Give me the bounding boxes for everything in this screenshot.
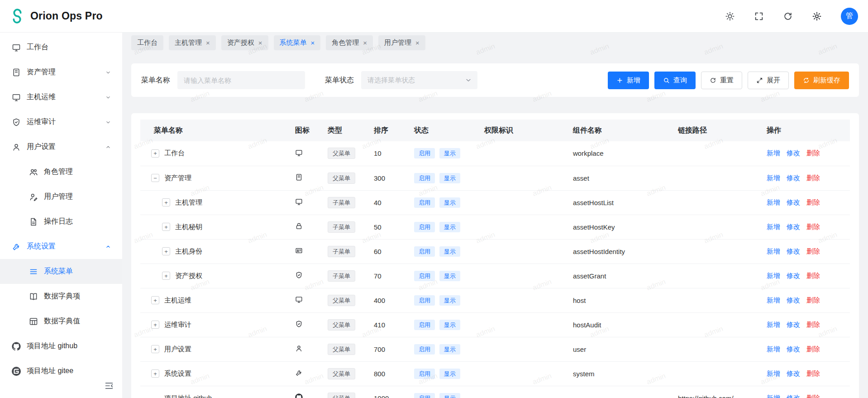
- row-expander[interactable]: +: [162, 272, 170, 280]
- table-row: +系统设置父菜单800启用显示system新增修改删除: [140, 361, 850, 386]
- tab-close-icon[interactable]: ×: [258, 39, 262, 46]
- search-button[interactable]: 查询: [654, 72, 696, 89]
- menu-perm-cell: [477, 312, 566, 337]
- expand-button[interactable]: 展开: [748, 72, 789, 89]
- row-delete-link[interactable]: 删除: [806, 394, 820, 398]
- row-add-link[interactable]: 新增: [767, 321, 780, 328]
- add-button[interactable]: 新增: [608, 72, 649, 89]
- row-edit-link[interactable]: 修改: [787, 174, 800, 182]
- sidebar-item-host-ops[interactable]: 主机运维: [0, 85, 122, 110]
- gear-icon[interactable]: [812, 11, 822, 21]
- row-expander[interactable]: +: [162, 198, 170, 206]
- row-edit-link[interactable]: 修改: [787, 394, 800, 398]
- row-edit-link[interactable]: 修改: [787, 198, 800, 206]
- tab-workbench[interactable]: 工作台: [131, 35, 163, 50]
- fullscreen-icon[interactable]: [754, 11, 764, 21]
- row-edit-link[interactable]: 修改: [787, 296, 800, 304]
- sidebar-item-op-logs[interactable]: 操作日志: [0, 209, 122, 234]
- menu-table-card: 菜单名称 图标 类型 排序 状态 权限标识 组件名称 链接路径 操作 +工作台父…: [131, 113, 859, 398]
- sidebar-item-system-settings[interactable]: 系统设置: [0, 234, 122, 259]
- row-edit-link[interactable]: 修改: [787, 321, 800, 328]
- sidebar-item-user-mgmt[interactable]: 用户管理: [0, 184, 122, 209]
- row-add-link[interactable]: 新增: [767, 223, 780, 230]
- row-add-link[interactable]: 新增: [767, 247, 780, 255]
- tab-close-icon[interactable]: ×: [415, 39, 420, 46]
- row-delete-link[interactable]: 删除: [806, 296, 820, 304]
- menu-table-body: +工作台父菜单10启用显示workplace新增修改删除−资产管理父菜单300启…: [140, 141, 850, 398]
- column-header-component: 组件名称: [566, 120, 671, 141]
- row-expander[interactable]: +: [162, 223, 170, 231]
- row-add-link[interactable]: 新增: [767, 345, 780, 353]
- row-delete-link[interactable]: 删除: [806, 321, 820, 328]
- tab-close-icon[interactable]: ×: [311, 39, 315, 46]
- sidebar-item-label: 运维审计: [27, 117, 99, 127]
- sidebar-item-ops-audit[interactable]: 运维审计: [0, 110, 122, 134]
- sidebar-item-system-menu[interactable]: 系统菜单: [0, 259, 122, 284]
- row-add-link[interactable]: 新增: [767, 296, 780, 304]
- menu-status-select[interactable]: 请选择菜单状态: [361, 71, 477, 89]
- chevron-up-icon: [105, 244, 111, 250]
- sidebar-item-dict-values[interactable]: 数据字典值: [0, 309, 122, 334]
- row-edit-link[interactable]: 修改: [787, 369, 800, 377]
- header-actions: 管: [725, 8, 858, 25]
- sidebar-collapse-icon[interactable]: [104, 381, 115, 392]
- plus-icon: [616, 77, 623, 84]
- tab-close-icon[interactable]: ×: [363, 39, 367, 46]
- avatar[interactable]: 管: [841, 8, 858, 25]
- theme-icon[interactable]: [725, 11, 735, 21]
- tab-asset-grant[interactable]: 资产授权 ×: [221, 35, 268, 50]
- row-add-link[interactable]: 新增: [767, 149, 780, 157]
- row-delete-link[interactable]: 删除: [806, 345, 820, 353]
- sidebar-item-asset-mgmt[interactable]: 资产管理: [0, 60, 122, 85]
- tab-role-mgmt[interactable]: 角色管理 ×: [326, 35, 373, 50]
- tab-close-icon[interactable]: ×: [206, 39, 210, 46]
- row-delete-link[interactable]: 删除: [806, 272, 820, 279]
- status-badge: 启用: [414, 295, 435, 306]
- row-expander[interactable]: +: [151, 345, 159, 353]
- row-add-link[interactable]: 新增: [767, 174, 780, 182]
- tab-host-mgmt[interactable]: 主机管理 ×: [169, 35, 216, 50]
- row-edit-link[interactable]: 修改: [787, 272, 800, 279]
- row-edit-link[interactable]: 修改: [787, 149, 800, 157]
- row-expander[interactable]: +: [162, 247, 170, 255]
- row-delete-link[interactable]: 删除: [806, 247, 820, 255]
- menu-perm-cell: [477, 166, 566, 190]
- chevron-down-icon: [465, 77, 472, 84]
- row-expander[interactable]: +: [151, 149, 159, 158]
- refresh-icon[interactable]: [783, 11, 793, 21]
- row-delete-link[interactable]: 删除: [806, 223, 820, 230]
- row-delete-link[interactable]: 删除: [806, 174, 820, 182]
- tab-user-mgmt[interactable]: 用户管理 ×: [378, 35, 425, 50]
- row-expander[interactable]: +: [151, 369, 159, 378]
- row-edit-link[interactable]: 修改: [787, 223, 800, 230]
- row-delete-link[interactable]: 删除: [806, 198, 820, 206]
- menu-sort-cell: 40: [367, 190, 407, 215]
- sidebar-item-dict-items[interactable]: 数据字典项: [0, 284, 122, 309]
- sidebar-item-github[interactable]: 项目地址 github: [0, 334, 122, 359]
- row-add-link[interactable]: 新增: [767, 198, 780, 206]
- menu-name-label: 菜单名称: [141, 76, 170, 85]
- reset-button[interactable]: 重置: [701, 72, 742, 89]
- sidebar-item-workbench[interactable]: 工作台: [0, 35, 122, 60]
- row-add-link[interactable]: 新增: [767, 272, 780, 279]
- sidebar-item-user-settings[interactable]: 用户设置: [0, 134, 122, 159]
- sidebar-item-role-mgmt[interactable]: 角色管理: [0, 159, 122, 184]
- row-expander[interactable]: +: [151, 321, 159, 329]
- menu-component-cell: host: [566, 288, 671, 312]
- row-edit-link[interactable]: 修改: [787, 345, 800, 353]
- row-expander[interactable]: +: [151, 296, 159, 304]
- select-placeholder: 请选择菜单状态: [367, 76, 415, 85]
- tab-system-menu[interactable]: 系统菜单 ×: [274, 35, 321, 50]
- monitor-icon: [12, 93, 21, 102]
- row-delete-link[interactable]: 删除: [806, 149, 820, 157]
- person-icon: [12, 143, 21, 152]
- row-expander[interactable]: −: [151, 174, 159, 182]
- row-edit-link[interactable]: 修改: [787, 247, 800, 255]
- row-add-link[interactable]: 新增: [767, 369, 780, 377]
- row-add-link[interactable]: 新增: [767, 394, 780, 398]
- refresh-cache-button[interactable]: 刷新缓存: [794, 72, 849, 89]
- sidebar-item-gitee[interactable]: 项目地址 gitee: [0, 359, 122, 384]
- row-delete-link[interactable]: 删除: [806, 369, 820, 377]
- menu-link-cell: [671, 215, 759, 239]
- menu-name-input[interactable]: [177, 71, 305, 89]
